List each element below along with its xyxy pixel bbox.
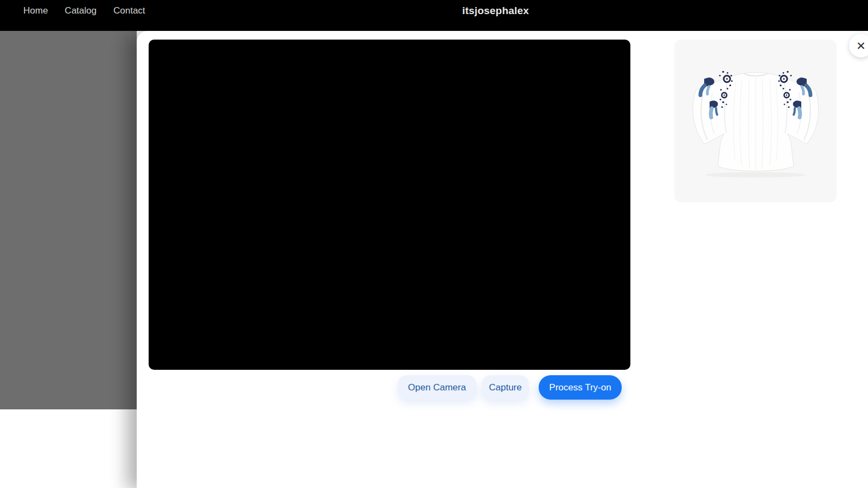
capture-button[interactable]: Capture bbox=[482, 375, 529, 400]
nav-item-contact[interactable]: Contact bbox=[113, 5, 145, 17]
open-camera-button[interactable]: Open Camera bbox=[398, 375, 476, 400]
nav-item-home[interactable]: Home bbox=[23, 5, 48, 17]
modal-backdrop bbox=[0, 31, 137, 409]
nav-links: Home Catalog Contact bbox=[23, 5, 145, 17]
tryon-button-row: Open Camera Capture Process Try-on bbox=[398, 375, 622, 400]
camera-preview bbox=[149, 40, 630, 370]
nav-item-catalog[interactable]: Catalog bbox=[65, 5, 97, 17]
process-tryon-button[interactable]: Process Try-on bbox=[539, 375, 622, 400]
brand-title: itsjosephalex bbox=[462, 4, 529, 17]
product-card bbox=[674, 40, 837, 202]
navbar: Home Catalog Contact itsjosephalex bbox=[0, 0, 868, 31]
product-image bbox=[674, 40, 837, 202]
close-icon: ✕ bbox=[856, 40, 866, 52]
